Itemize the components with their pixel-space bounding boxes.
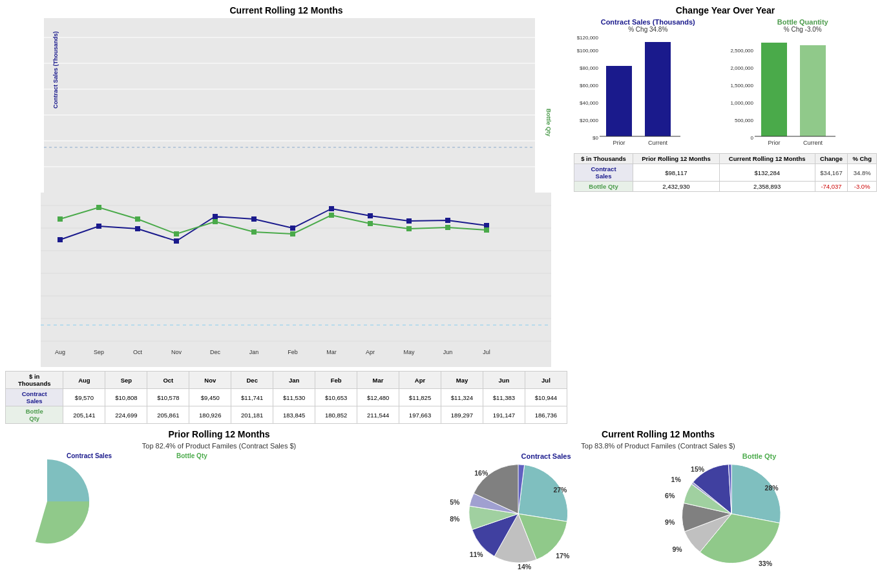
prior-bq-pie-title: Bottle Qty <box>176 452 207 459</box>
th-oct: Oct <box>147 372 189 389</box>
current-cs-pie-svg: 27% 17% 14% 11% 8% <box>439 461 653 588</box>
ct-bq-current: 2,358,893 <box>719 182 815 192</box>
svg-text:9%: 9% <box>673 545 683 553</box>
bq-aug: 205,141 <box>63 406 105 424</box>
svg-text:Mar: Mar <box>326 349 337 355</box>
th-sep: Sep <box>105 372 147 389</box>
ct-bq-change: -74,037 <box>815 182 848 192</box>
prior-cs-pie-section: Contract Sales <box>5 452 173 588</box>
prior-pie-charts: Contract Sales <box>5 452 433 588</box>
cs-mar: $12,480 <box>357 389 399 406</box>
bottom-right: Current Rolling 12 Months Top 83.8% of P… <box>433 429 877 588</box>
bq-current-bar <box>800 45 826 136</box>
svg-text:8%: 8% <box>450 515 460 523</box>
th-dec: Dec <box>231 372 273 389</box>
cs-apr: $11,825 <box>399 389 441 406</box>
cs-aug: $9,570 <box>63 389 105 406</box>
bq-oct: 205,861 <box>147 406 189 424</box>
svg-text:Oct: Oct <box>133 349 143 355</box>
svg-text:$40,000: $40,000 <box>580 100 598 106</box>
svg-text:Sep: Sep <box>94 349 104 355</box>
svg-text:Apr: Apr <box>366 349 375 355</box>
ct-bq-pct: -3.0% <box>848 182 877 192</box>
cs-bar-section: Contract Sales (Thousands) % Chg 34.8% $… <box>574 18 722 151</box>
th-jul: Jul <box>525 372 567 389</box>
prior-rolling-title: Prior Rolling 12 Months <box>5 429 433 439</box>
svg-text:1,500,000: 1,500,000 <box>730 83 753 89</box>
svg-text:5%: 5% <box>450 498 460 506</box>
cs-oct: $10,578 <box>147 389 189 406</box>
rolling-data-table: $ inThousands Aug Sep Oct Nov Dec Jan Fe… <box>5 371 567 424</box>
cs-jun: $11,383 <box>483 389 525 406</box>
th-may: May <box>441 372 483 389</box>
svg-text:$120,000: $120,000 <box>577 35 599 41</box>
bq-apr: 197,663 <box>399 406 441 424</box>
svg-text:$100,000: $100,000 <box>577 48 599 54</box>
bq-may: 189,297 <box>441 406 483 424</box>
cs-jan: $11,530 <box>273 389 315 406</box>
cs-feb: $10,653 <box>315 389 357 406</box>
cs-nov: $9,450 <box>189 389 231 406</box>
svg-text:500,000: 500,000 <box>735 118 753 123</box>
current-cs-pie-wrap: Contract Sales 27% 17% 14% <box>439 452 653 588</box>
svg-rect-60 <box>96 205 101 210</box>
current-bq-label: Bottle Qty <box>653 452 866 460</box>
th-label: $ inThousands <box>6 372 63 389</box>
prior-rolling-subtitle: Top 82.4% of Product Familes (Contract S… <box>5 442 433 450</box>
th-nov: Nov <box>189 372 231 389</box>
prior-cs-pie-title: Contract Sales <box>5 452 173 459</box>
svg-text:Feb: Feb <box>288 349 298 355</box>
bottom-section: Prior Rolling 12 Months Top 82.4% of Pro… <box>5 429 877 588</box>
svg-text:Aug: Aug <box>55 349 65 355</box>
svg-text:Prior: Prior <box>613 140 625 146</box>
svg-text:27%: 27% <box>554 486 568 494</box>
svg-rect-67 <box>368 221 373 226</box>
bq-bar-section: Bottle Quantity % Chg -3.0% 0 500,000 1,… <box>729 18 877 151</box>
svg-text:1%: 1% <box>738 461 748 463</box>
svg-text:33%: 33% <box>759 560 773 567</box>
current-rolling-title: Current Rolling 12 Months <box>439 429 877 439</box>
cs-bar-pct: % Chg 34.8% <box>574 26 722 33</box>
svg-text:$80,000: $80,000 <box>580 65 598 71</box>
contract-sales-label: ContractSales <box>6 389 63 406</box>
bq-bar-pct: % Chg -3.0% <box>729 26 877 33</box>
cs-jul: $10,944 <box>525 389 567 406</box>
svg-text:17%: 17% <box>556 552 570 560</box>
svg-text:$60,000: $60,000 <box>580 83 598 89</box>
svg-rect-70 <box>484 227 489 233</box>
svg-text:2,500,000: 2,500,000 <box>730 48 753 54</box>
svg-rect-63 <box>213 219 218 224</box>
bq-jan: 183,845 <box>273 406 315 424</box>
bq-bar-title: Bottle Quantity <box>729 18 877 26</box>
cs-bar-chart: $0 $20,000 $40,000 $60,000 $80,000 $100,… <box>574 33 703 149</box>
svg-text:15%: 15% <box>691 465 705 473</box>
ct-th-current: Current Rolling 12 Months <box>719 154 815 164</box>
prior-cs-pie <box>5 459 173 588</box>
svg-rect-64 <box>251 229 257 235</box>
bq-dec: 201,181 <box>231 406 273 424</box>
svg-text:1%: 1% <box>671 476 682 483</box>
svg-text:Current: Current <box>648 140 668 146</box>
right-chart-area: Change Year Over Year Contract Sales (Th… <box>567 5 877 424</box>
svg-rect-52 <box>251 216 257 222</box>
bottom-left: Prior Rolling 12 Months Top 82.4% of Pro… <box>5 429 433 588</box>
bq-prior-bar <box>761 43 787 136</box>
rolling-12-title: Current Rolling 12 Months <box>5 5 567 16</box>
cs-current-bar <box>645 42 671 136</box>
y-axis-left-label: Contract Sales (Thousands) <box>52 31 59 109</box>
svg-text:16%: 16% <box>474 469 488 477</box>
ct-th-change: Change <box>815 154 848 164</box>
ct-th-label: $ in Thousands <box>574 154 633 164</box>
svg-rect-50 <box>174 238 179 244</box>
svg-rect-66 <box>329 213 334 218</box>
svg-text:Jun: Jun <box>443 349 453 355</box>
svg-rect-69 <box>445 225 450 230</box>
bar-charts-row: Contract Sales (Thousands) % Chg 34.8% $… <box>574 18 877 151</box>
svg-text:11%: 11% <box>470 551 484 558</box>
bq-sep: 224,699 <box>105 406 147 424</box>
y-axis-right-label: Bottle Qty <box>545 109 551 136</box>
th-mar: Mar <box>357 372 399 389</box>
svg-rect-65 <box>290 231 295 236</box>
current-bq-pie-svg: 28% 33% 9% 9% 6% <box>653 461 866 588</box>
svg-text:9%: 9% <box>665 518 675 526</box>
